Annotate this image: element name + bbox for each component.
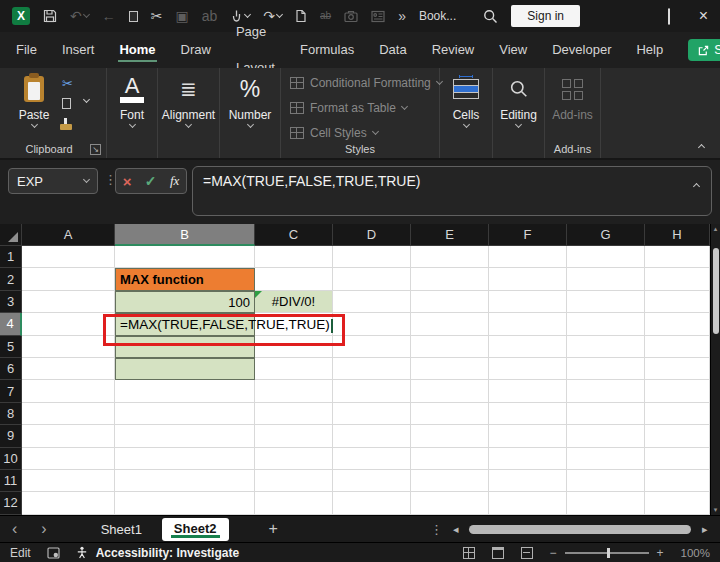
cell-E7[interactable]: [411, 380, 489, 402]
cell-A8[interactable]: [22, 403, 115, 425]
cut-button[interactable]: ✂: [62, 76, 73, 91]
row-header-1[interactable]: 1: [0, 246, 22, 268]
cell-F7[interactable]: [489, 380, 567, 402]
cell-A2[interactable]: [22, 268, 115, 290]
camera-icon[interactable]: [344, 10, 358, 23]
zoom-in-button[interactable]: +: [657, 546, 664, 560]
copy-dropdown-chevron[interactable]: [84, 100, 89, 102]
cell-F8[interactable]: [489, 403, 567, 425]
normal-view-button[interactable]: [463, 547, 475, 559]
cell-F3[interactable]: [489, 291, 567, 313]
vertical-scrollbar[interactable]: ▴ ▾: [710, 224, 720, 515]
cell-D10[interactable]: [333, 448, 411, 470]
tab-home[interactable]: Home: [119, 32, 155, 68]
cell-B2[interactable]: MAX function: [115, 268, 255, 290]
page-layout-view-button[interactable]: [492, 547, 504, 559]
cell-E10[interactable]: [411, 448, 489, 470]
tab-insert[interactable]: Insert: [62, 32, 95, 68]
cell-B11[interactable]: [115, 470, 255, 492]
cell-F2[interactable]: [489, 268, 567, 290]
conditional-formatting-button[interactable]: Conditional Formatting: [290, 76, 442, 90]
cell-G4[interactable]: [567, 313, 645, 335]
tab-developer[interactable]: Developer: [552, 32, 611, 68]
cell-D8[interactable]: [333, 403, 411, 425]
cell-E12[interactable]: [411, 492, 489, 514]
enter-button[interactable]: ✓: [145, 173, 157, 189]
tab-help[interactable]: Help: [636, 32, 663, 68]
cell-E8[interactable]: [411, 403, 489, 425]
cell-D7[interactable]: [333, 380, 411, 402]
cell-H1[interactable]: [645, 246, 710, 268]
cell-F9[interactable]: [489, 425, 567, 447]
paste-button[interactable]: Paste: [12, 73, 56, 127]
cell-A7[interactable]: [22, 380, 115, 402]
tab-data[interactable]: Data: [379, 32, 406, 68]
scroll-down-icon[interactable]: ▾: [711, 506, 720, 514]
cell-F12[interactable]: [489, 492, 567, 514]
cell-B10[interactable]: [115, 448, 255, 470]
cell-G2[interactable]: [567, 268, 645, 290]
cell-E9[interactable]: [411, 425, 489, 447]
page-break-preview-button[interactable]: [521, 547, 533, 559]
undo-typing-icon[interactable]: ab: [202, 9, 218, 23]
vertical-scrollbar-thumb[interactable]: [713, 248, 719, 334]
format-painter-button[interactable]: [60, 118, 72, 130]
cell-E5[interactable]: [411, 336, 489, 358]
cell-C1[interactable]: [255, 246, 333, 268]
cell-H5[interactable]: [645, 336, 710, 358]
accessibility-status[interactable]: Accessibility: Investigate: [96, 546, 239, 560]
row-header-8[interactable]: 8: [0, 403, 22, 425]
cell-B8[interactable]: [115, 403, 255, 425]
cell-H8[interactable]: [645, 403, 710, 425]
save-icon[interactable]: [43, 9, 57, 23]
cell-A1[interactable]: [22, 246, 115, 268]
cell-D3[interactable]: [333, 291, 411, 313]
row-header-7[interactable]: 7: [0, 380, 22, 402]
sheet-options-icon[interactable]: ⋮: [430, 522, 443, 537]
cell-G6[interactable]: [567, 358, 645, 380]
excel-logo-icon[interactable]: X: [12, 7, 30, 25]
form-icon[interactable]: [371, 10, 385, 23]
cell-D1[interactable]: [333, 246, 411, 268]
cell-E2[interactable]: [411, 268, 489, 290]
format-as-table-button[interactable]: Format as Table: [290, 101, 407, 115]
cell-B9[interactable]: [115, 425, 255, 447]
cell-G11[interactable]: [567, 470, 645, 492]
cell-B1[interactable]: [115, 246, 255, 268]
cell-E4[interactable]: [411, 313, 489, 335]
formula-input[interactable]: =MAX(TRUE,FALSE,TRUE,TRUE): [192, 166, 712, 216]
column-header-D[interactable]: D: [333, 224, 411, 246]
cell-D6[interactable]: [333, 358, 411, 380]
close-button[interactable]: ×: [699, 7, 708, 25]
cell-C6[interactable]: [255, 358, 333, 380]
cell-H3[interactable]: [645, 291, 710, 313]
cell-B3[interactable]: 100: [115, 291, 255, 313]
cell-H12[interactable]: [645, 492, 710, 514]
macro-recording-button[interactable]: [47, 547, 60, 559]
next-sheet-icon[interactable]: ›: [29, 521, 58, 537]
cancel-button[interactable]: ×: [123, 173, 132, 190]
cell-A10[interactable]: [22, 448, 115, 470]
cell-D9[interactable]: [333, 425, 411, 447]
column-header-C[interactable]: C: [255, 224, 333, 246]
previous-sheet-icon[interactable]: ‹: [0, 521, 29, 537]
row-header-9[interactable]: 9: [0, 425, 22, 447]
cell-C3[interactable]: #DIV/0!: [255, 291, 333, 313]
cell-G3[interactable]: [567, 291, 645, 313]
cell-H10[interactable]: [645, 448, 710, 470]
column-header-F[interactable]: F: [489, 224, 567, 246]
cell-B6[interactable]: [115, 358, 255, 380]
column-header-E[interactable]: E: [411, 224, 489, 246]
scroll-up-icon[interactable]: ▴: [711, 225, 720, 233]
cell-C11[interactable]: [255, 470, 333, 492]
tab-file[interactable]: File: [16, 32, 37, 68]
cell-A11[interactable]: [22, 470, 115, 492]
cell-H6[interactable]: [645, 358, 710, 380]
cell-D12[interactable]: [333, 492, 411, 514]
clipboard-dialog-launcher[interactable]: ↘: [90, 144, 101, 155]
collapse-formula-bar-button[interactable]: [693, 183, 700, 190]
cell-H9[interactable]: [645, 425, 710, 447]
cell-C9[interactable]: [255, 425, 333, 447]
search-icon[interactable]: [483, 9, 498, 24]
addins-button[interactable]: Add-ins: [545, 73, 600, 122]
